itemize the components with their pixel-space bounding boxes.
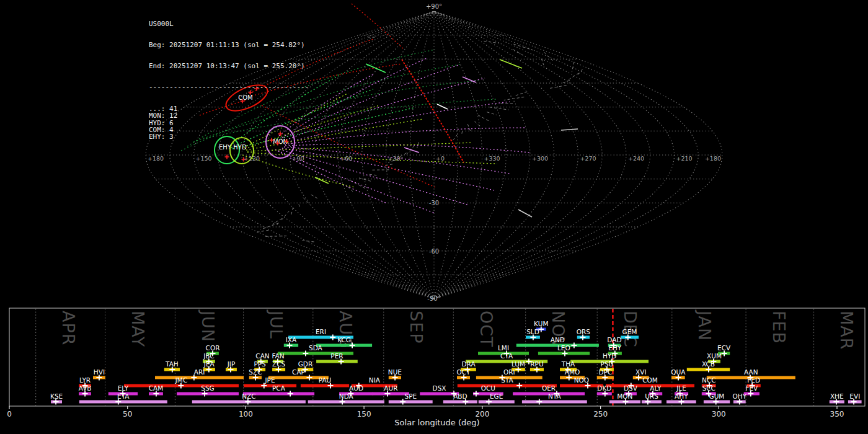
pole-label-bottom: -90° [427,295,440,302]
x-axis-tick-label: 0 [7,410,12,418]
radiant-map-and-activity-plot: COMMONEHYHYD+180+150+120+90+60+30+0+330+… [0,0,868,434]
shower-code-label: ALY [650,384,662,392]
shower-code-label: SDA [309,344,323,352]
shower-code-label: HYD [603,352,616,360]
shower-activity-bar-KSE: KSE [50,392,63,405]
shower-peak-cross [307,375,312,381]
shower-meteor-trail [283,78,485,141]
shower-code-label: XHE [830,392,844,400]
sporadic-meteor-trail [561,81,570,84]
shower-code-label: PAU [319,376,332,384]
shower-code-label: COR [206,344,220,352]
shower-code-label: LUM [512,360,525,368]
shower-code-label: XUM [707,352,722,360]
shower-code-label: XCB [702,360,715,368]
sporadic-meteor-trail [451,135,457,142]
shower-code-label: FED [747,376,760,384]
shower-count-line: MON: 12 [149,112,309,119]
sporadic-meteor-trail [513,50,522,55]
sporadic-meteor-trail [516,92,527,95]
pole-label-top: +90° [426,3,442,10]
shower-activity-bar-SLD: SLD [526,328,540,340]
shower-code-label: AMO [565,368,580,376]
shower-activity-bar-RPU: RPU [530,360,544,373]
shower-activity-bar-SZC: SZC [249,368,262,381]
shower-code-label: FEV [745,384,758,392]
month-label: APR [59,311,78,346]
shower-code-label: ARI [194,368,205,376]
shower-code-label: AUR [384,384,397,392]
shower-code-label: DKD [597,384,611,392]
shower-code-label: AUD [349,384,363,392]
equator-longitude-label: +180 [148,155,164,162]
detected-meteor-segment [518,210,532,217]
begin-time-line: Beg: 20251207 01:11:13 (sol = 254.82°) [149,42,309,48]
shower-activity-bar-QUA: QUA [671,368,686,381]
shower-code-label: SCC [702,384,715,392]
shower-activity-bar-IXA: IXA [284,336,298,348]
shower-code-label: PER [330,352,343,360]
shower-activity-bar-HVI: HVI [93,368,105,381]
shower-code-label: KSE [50,392,63,400]
shower-activity-bar-AVB: AVB [79,384,92,397]
shower-code-label: CAP [292,368,305,376]
latitude-label: -60 [429,248,439,255]
shower-code-label: PCA [272,384,286,392]
shower-code-label: MON [617,392,632,400]
shower-activity-bar-JEA: JEA [203,360,215,373]
shower-code-label: LYR [79,376,91,384]
shower-code-label: SSG [201,384,214,392]
sporadic-meteor-trail [541,59,544,65]
shower-code-label: FAN [272,352,284,360]
shower-activity-bar-DKD: DKD [597,384,612,397]
shower-code-label: LMI [498,344,509,352]
sporadic-meteor-trail [370,174,378,175]
shower-code-label: OCT [456,368,471,376]
shower-activity-bar-ZCS: ZCS [272,360,286,373]
shower-code-label: CAN [255,352,269,360]
shower-count-line: EHY: 3 [149,133,309,140]
shower-peak-cross [303,351,308,356]
month-label: JUL [267,309,286,339]
screenshot-stage: COMMONEHYHYD+180+150+120+90+60+30+0+330+… [0,0,868,434]
sporadic-meteor-trail [461,131,462,136]
shower-code-label: HVI [94,368,105,376]
sporadic-meteor-trail [400,153,407,157]
sporadic-meteor-trail [350,180,366,188]
equator-longitude-label: +90 [292,155,304,162]
month-label: OCT [477,311,496,348]
shower-code-label: ETA [117,392,130,400]
x-axis-tick-label: 50 [123,410,132,418]
shower-activity-bar-EVI: EVI [848,392,862,405]
equator-longitude-label: +210 [676,155,693,162]
x-axis-tick-label: 150 [357,410,371,418]
sporadic-meteor-trail [348,187,355,193]
equator-longitude-label: +120 [244,155,260,162]
shower-code-label: SLD [526,328,539,335]
shower-code-label: EVI [849,392,860,400]
shower-activity-bar-GEM: GEM [621,328,639,340]
equator-longitude-label: +270 [580,155,596,162]
month-label: SEP [407,311,426,343]
shower-code-label: COM [642,376,658,384]
shower-peak-cross [571,343,577,348]
shower-code-label: ZCS [272,360,286,368]
detected-meteor-segment [437,104,448,109]
shower-code-label: EGE [490,392,503,400]
sporadic-meteor-trail [490,107,509,110]
x-axis-tick-label: 350 [830,410,844,418]
shower-code-label: ABD [453,392,467,400]
shower-code-label: NTA [548,392,561,400]
sporadic-meteor-trail [302,241,314,242]
shower-peak-cross [288,391,293,397]
sporadic-meteor-trail [384,164,392,166]
graticule-meridian [434,11,698,299]
shower-code-label: CTA [500,352,513,360]
shower-code-label: JBC [203,352,214,360]
x-axis-title: Solar longitude (deg) [394,418,479,427]
shower-activity-bar-AHY: AHY [666,392,696,405]
equator-longitude-label: +60 [340,155,352,162]
month-label: MAY [128,311,148,347]
shower-activity-bar-JIP: JIP [226,360,237,373]
sporadic-meteor-trail [567,73,579,81]
